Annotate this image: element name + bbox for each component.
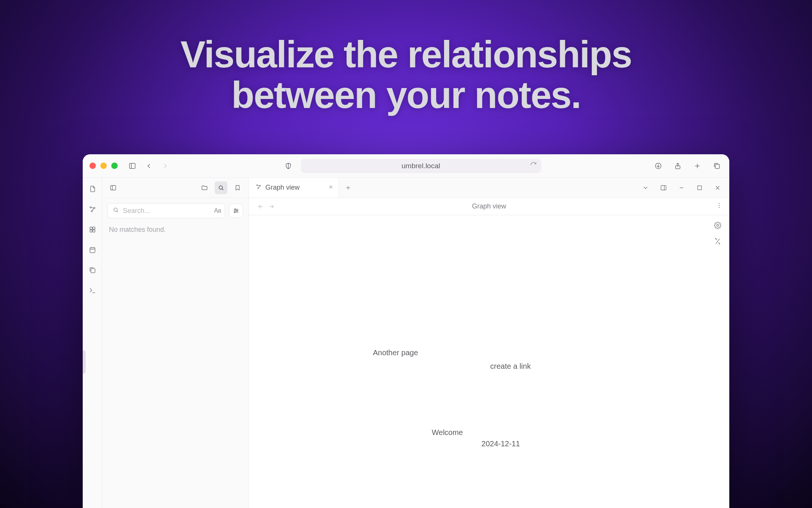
graph-filters-icon[interactable]	[713, 236, 723, 246]
files-tab-icon[interactable]	[198, 181, 211, 194]
svg-point-8	[90, 207, 91, 208]
graph-node-label: Another page	[373, 348, 418, 357]
svg-rect-7	[715, 164, 720, 168]
left-rail	[83, 178, 102, 508]
hero-headline: Visualize the relationships between your…	[0, 0, 812, 115]
hero-line-2: between your notes.	[0, 75, 812, 115]
search-input[interactable]	[123, 207, 210, 215]
main-pane: Graph view Gr	[249, 178, 729, 508]
svg-line-28	[117, 211, 118, 212]
share-icon[interactable]	[672, 160, 683, 172]
app-window: umbrel.local	[83, 154, 729, 508]
nav-forward-button[interactable]	[160, 160, 171, 172]
templates-icon[interactable]	[86, 264, 98, 276]
privacy-shield-icon[interactable]	[283, 160, 294, 172]
url-text: umbrel.local	[401, 162, 440, 170]
tab-close-button[interactable]	[328, 184, 333, 192]
history-back-button[interactable]	[256, 201, 266, 212]
url-bar[interactable]: umbrel.local	[301, 159, 541, 173]
svg-rect-14	[92, 227, 95, 229]
svg-rect-15	[90, 230, 92, 232]
nav-back-button[interactable]	[143, 160, 155, 172]
downloads-icon[interactable]	[653, 160, 664, 172]
search-tab-icon[interactable]	[215, 181, 227, 194]
search-settings-button[interactable]	[229, 204, 243, 218]
command-palette-icon[interactable]	[86, 284, 98, 297]
daily-note-icon[interactable]	[86, 244, 98, 256]
search-icon	[112, 207, 119, 215]
svg-rect-44	[661, 186, 666, 190]
svg-point-34	[234, 211, 235, 213]
graph-view-icon	[256, 184, 262, 192]
svg-point-25	[219, 186, 223, 189]
tab-label: Graph view	[265, 184, 300, 192]
window-minimize-icon[interactable]	[677, 183, 686, 193]
svg-rect-13	[90, 227, 92, 229]
history-forward-button[interactable]	[266, 201, 277, 212]
search-empty-state: No matches found.	[108, 226, 243, 234]
svg-rect-16	[92, 230, 95, 232]
new-tab-icon[interactable]	[692, 160, 703, 172]
new-tab-button[interactable]	[339, 178, 357, 198]
zoom-window-button[interactable]	[111, 163, 118, 169]
sidebar-toggle-icon[interactable]	[127, 160, 138, 172]
canvas-icon[interactable]	[86, 224, 98, 236]
window-close-icon[interactable]	[713, 183, 723, 193]
search-field[interactable]: Aa	[108, 203, 225, 218]
window-controls	[89, 163, 118, 169]
browser-chrome: umbrel.local	[83, 154, 729, 178]
view-title: Graph view	[472, 202, 506, 210]
graph-node-label: Welcome	[432, 428, 463, 437]
tab-bar: Graph view	[249, 178, 729, 198]
sidebar-collapse-icon[interactable]	[107, 181, 120, 194]
tab-overview-icon[interactable]	[711, 160, 723, 172]
hero-line-1: Visualize the relationships	[0, 34, 812, 75]
svg-rect-17	[90, 248, 95, 252]
tab-list-dropdown[interactable]	[641, 183, 650, 193]
svg-point-30	[235, 209, 236, 210]
svg-point-35	[257, 185, 258, 186]
window-maximize-icon[interactable]	[695, 183, 704, 193]
app-body: Aa No matches found. Graph view	[83, 178, 729, 508]
svg-line-39	[258, 186, 260, 188]
view-toolbar: Graph view	[249, 198, 729, 215]
tab-graph-view[interactable]: Graph view	[249, 178, 339, 198]
sidebar-tabs	[102, 178, 248, 198]
graph-settings-icon[interactable]	[713, 221, 723, 230]
svg-line-12	[92, 208, 94, 211]
svg-rect-0	[130, 163, 135, 168]
svg-point-54	[719, 207, 720, 208]
svg-rect-23	[111, 186, 116, 190]
svg-point-32	[236, 210, 238, 211]
bookmarks-tab-icon[interactable]	[231, 181, 244, 194]
close-window-button[interactable]	[89, 163, 96, 169]
graph-node-label: create a link	[490, 362, 531, 371]
right-sidebar-toggle-icon[interactable]	[659, 183, 668, 193]
svg-point-27	[114, 208, 117, 211]
graph-node-label: 2024-12-11	[482, 440, 520, 448]
svg-line-11	[91, 208, 94, 208]
match-case-toggle[interactable]: Aa	[214, 207, 221, 214]
reload-icon[interactable]	[530, 161, 537, 170]
graph-svg	[249, 215, 362, 272]
svg-line-38	[258, 186, 260, 186]
minimize-window-button[interactable]	[100, 163, 107, 169]
view-more-button[interactable]	[716, 202, 723, 211]
quick-switcher-icon[interactable]	[86, 183, 98, 195]
svg-rect-47	[698, 186, 702, 190]
svg-point-53	[719, 205, 720, 206]
svg-point-55	[717, 225, 719, 227]
graph-canvas[interactable]: Another pagecreate a linkWelcome2024-12-…	[249, 215, 729, 508]
sidebar-resize-handle[interactable]	[83, 350, 86, 374]
graph-icon[interactable]	[86, 203, 98, 215]
svg-rect-21	[91, 269, 95, 273]
svg-point-52	[719, 203, 720, 204]
sidebar: Aa No matches found.	[102, 178, 249, 508]
svg-line-26	[222, 189, 223, 190]
